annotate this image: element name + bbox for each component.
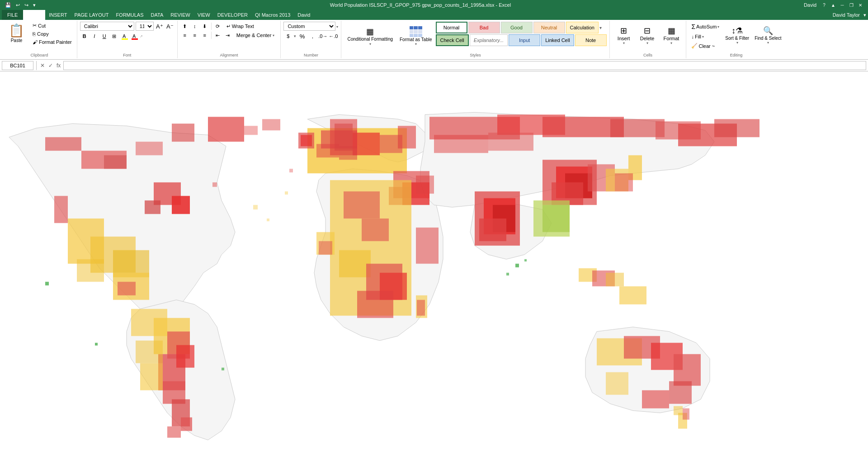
format-arrow[interactable]: ▾ — [670, 41, 672, 45]
cell-reference-box[interactable]: BC101 — [2, 61, 33, 70]
font-color-btn[interactable]: A — [130, 32, 139, 41]
increase-indent-btn[interactable]: ⇥ — [223, 31, 232, 40]
tab-page-layout[interactable]: PAGE LAYOUT — [71, 10, 112, 20]
note-style-btn[interactable]: Note — [575, 34, 607, 46]
conditional-formatting-button[interactable]: ▦ Conditional Formatting ▾ — [344, 22, 396, 51]
file-menu-btn[interactable]: FILE — [2, 10, 23, 20]
insert-arrow[interactable]: ▾ — [623, 41, 625, 45]
enter-formula-btn[interactable]: ✓ — [47, 62, 54, 69]
alignment-content: ⬆ ↕ ⬇ ⟳ ↵ Wrap Text ≡ ≡ ≡ ⇤ ⇥ Merge & Ce… — [180, 22, 278, 52]
close-btn[interactable]: ✕ — [856, 1, 864, 9]
italic-button[interactable]: I — [90, 32, 99, 41]
decrease-indent-btn[interactable]: ⇤ — [213, 31, 222, 40]
cut-button[interactable]: ✂ Cut — [30, 22, 74, 29]
cond-format-arrow[interactable]: ▾ — [369, 42, 371, 46]
linked-cell-style-btn[interactable]: Linked Cell — [541, 34, 574, 46]
svg-rect-41 — [488, 133, 533, 151]
format-painter-button[interactable]: 🖌 Format Painter — [30, 38, 74, 46]
save-quick-btn[interactable]: 💾 — [4, 2, 13, 8]
fill-color-btn[interactable]: A — [120, 32, 129, 41]
decrease-font-btn[interactable]: A⁻ — [165, 22, 175, 31]
paste-button[interactable]: 📋 Paste — [5, 22, 28, 46]
font-name-select[interactable]: Calibri — [80, 22, 134, 31]
more-quick-btn[interactable]: ▾ — [32, 2, 37, 8]
tab-data[interactable]: DATA — [147, 10, 167, 20]
sort-filter-arrow[interactable]: ▾ — [736, 41, 738, 45]
bad-style-btn[interactable]: Bad — [468, 22, 500, 33]
font-label: Font — [77, 53, 177, 57]
undo-quick-btn[interactable]: ↩ — [14, 2, 21, 8]
input-style-btn[interactable]: Input — [509, 34, 540, 46]
delete-arrow[interactable]: ▾ — [646, 41, 648, 45]
user-account-btn[interactable]: David Taylor — [833, 12, 860, 18]
calculation-style-btn[interactable]: Calculation — [566, 22, 599, 33]
neutral-style-btn[interactable]: Neutral — [533, 22, 565, 33]
merge-center-button[interactable]: Merge & Center ▾ — [233, 31, 278, 39]
redo-quick-btn[interactable]: ↪ — [23, 2, 30, 8]
insert-function-btn[interactable]: fx — [56, 62, 61, 69]
sort-filter-button[interactable]: ↕⚗ Sort & Filter ▾ — [723, 22, 751, 49]
fill-button[interactable]: ↓ Fill ▾ — [689, 33, 722, 41]
format-button[interactable]: ▦ Format ▾ — [660, 22, 684, 49]
spreadsheet-viewport[interactable] — [0, 71, 868, 475]
find-select-button[interactable]: 🔍 Find & Select ▾ — [753, 22, 783, 49]
text-orientation-btn[interactable]: ⟳ — [213, 22, 222, 31]
underline-button[interactable]: U — [100, 32, 109, 41]
help-btn[interactable]: ? — [820, 1, 828, 9]
wrap-text-button[interactable]: ↵ Wrap Text — [223, 22, 257, 31]
svg-rect-65 — [357, 291, 393, 318]
fill-arrow[interactable]: ▾ — [702, 35, 704, 39]
insert-button[interactable]: ⊞ Insert ▾ — [613, 22, 635, 49]
font-group-expand[interactable]: ↗ — [140, 34, 143, 38]
formula-input[interactable] — [63, 61, 866, 70]
tab-home[interactable]: HOME — [23, 10, 45, 20]
tab-david[interactable]: David — [294, 10, 314, 20]
check-cell-style-btn[interactable]: Check Cell — [436, 34, 469, 46]
align-middle-btn[interactable]: ↕ — [190, 22, 199, 31]
tab-insert[interactable]: INSERT — [45, 10, 71, 20]
align-right-btn[interactable]: ≡ — [200, 31, 209, 40]
cancel-formula-btn[interactable]: ✕ — [39, 62, 46, 69]
increase-font-btn[interactable]: A⁺ — [155, 22, 164, 31]
bold-button[interactable]: B — [80, 32, 89, 41]
clear-button[interactable]: 🧹 Clear ~ — [689, 42, 722, 50]
normal-style-btn[interactable]: Normal — [436, 22, 467, 33]
delete-button[interactable]: ⊟ Delete ▾ — [636, 22, 659, 49]
align-center-btn[interactable]: ≡ — [190, 31, 199, 40]
styles-scroll-btn[interactable]: ▾ — [599, 25, 602, 30]
minimize-btn[interactable]: ─ — [838, 1, 846, 9]
merge-dropdown-arrow[interactable]: ▾ — [273, 33, 274, 38]
restore-btn[interactable]: ❐ — [847, 1, 855, 9]
percent-btn[interactable]: % — [297, 32, 307, 41]
format-as-table-button[interactable]: Format as Table ▾ — [397, 22, 435, 51]
tab-qi-macros[interactable]: QI Macros 2013 — [251, 10, 294, 20]
number-format-select[interactable]: Custom — [283, 22, 335, 31]
align-top-btn[interactable]: ⬆ — [180, 22, 189, 31]
svg-rect-85 — [524, 259, 527, 262]
align-bottom-btn[interactable]: ⬇ — [200, 22, 209, 31]
comma-btn[interactable]: , — [308, 32, 317, 41]
good-style-btn[interactable]: Good — [501, 22, 533, 33]
svg-rect-62 — [339, 250, 371, 277]
ribbon-toggle-btn[interactable]: ▲ — [829, 1, 837, 9]
account-arrow[interactable]: ▾ — [863, 12, 866, 18]
autosum-arrow[interactable]: ▾ — [717, 25, 719, 29]
find-select-arrow[interactable]: ▾ — [767, 41, 769, 45]
tab-review[interactable]: REVIEW — [167, 10, 193, 20]
insert-icon: ⊞ — [620, 26, 627, 36]
explanatory-style-btn[interactable]: Explanatory... — [470, 34, 508, 46]
accounting-format-btn[interactable]: $ — [283, 32, 292, 41]
number-format-arrow[interactable]: ▾ — [336, 25, 338, 29]
increase-decimal-btn[interactable]: .0→ — [318, 32, 327, 41]
decrease-decimal-btn[interactable]: ←.0 — [329, 32, 338, 41]
autosum-button[interactable]: Σ AutoSum ▾ — [689, 22, 722, 32]
tab-developer[interactable]: DEVELOPER — [214, 10, 251, 20]
copy-button[interactable]: ⎘ Copy — [30, 30, 74, 38]
border-btn[interactable]: ⊞ — [110, 32, 119, 41]
accounting-arrow[interactable]: ▾ — [294, 34, 296, 38]
align-left-btn[interactable]: ≡ — [180, 31, 189, 40]
format-table-arrow[interactable]: ▾ — [415, 42, 417, 46]
font-size-select[interactable]: 11 — [136, 22, 154, 31]
tab-view[interactable]: VIEW — [194, 10, 214, 20]
tab-formulas[interactable]: FORMULAS — [112, 10, 147, 20]
